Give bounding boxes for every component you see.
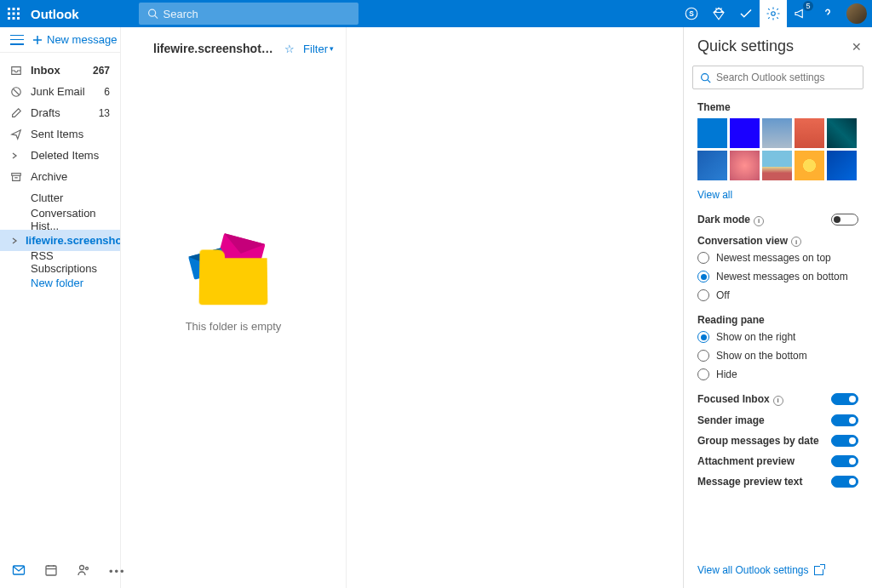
avatar[interactable] [846,3,867,24]
dark-mode-toggle[interactable] [831,214,858,225]
info-icon[interactable]: i [754,216,764,226]
folder-label: Clutter [31,191,63,204]
svg-line-17 [14,88,20,94]
radio-option[interactable]: Off [697,286,858,305]
svg-line-27 [708,79,710,82]
theme-swatch[interactable] [697,151,727,180]
folder-item[interactable]: Drafts13 [0,102,120,123]
radio-icon [697,252,709,264]
theme-swatch[interactable] [697,118,727,148]
folder-item[interactable]: Inbox267 [0,60,120,81]
radio-option[interactable]: Show on the bottom [697,346,858,365]
theme-swatch[interactable] [730,118,760,148]
theme-swatch[interactable] [795,118,824,148]
theme-swatch[interactable] [730,151,760,180]
theme-swatch[interactable] [795,151,824,180]
folder-label: Deleted Items [31,149,99,162]
view-all-settings-link[interactable]: View all Outlook settings [697,564,858,576]
folder-item[interactable]: Sent Items [0,123,120,145]
inbox-icon [10,65,24,77]
star-icon[interactable]: ☆ [284,43,295,55]
folder-count: 13 [99,107,110,119]
toggle-switch[interactable] [831,476,858,488]
panel-title: Quick settings [697,37,852,55]
folder-item[interactable]: RSS Subscriptions [0,251,120,272]
folder-label: lifewire.screensho... [26,234,120,247]
svg-rect-0 [8,8,10,10]
help-icon[interactable] [814,0,841,27]
sidebar: New message Inbox267Junk Email6Drafts13S… [0,27,121,588]
toggle-label: Group messages by date [697,435,831,447]
svg-rect-8 [17,17,20,20]
radio-option[interactable]: Newest messages on bottom [697,267,858,286]
theme-swatch[interactable] [827,151,857,180]
hamburger-icon[interactable] [10,33,24,47]
premium-icon[interactable] [705,0,732,27]
radio-option[interactable]: Hide [697,365,858,384]
toggle-switch[interactable] [831,414,858,426]
info-icon[interactable]: i [773,396,783,406]
radio-label: Show on the right [716,331,795,343]
folder-item[interactable]: Clutter [0,187,120,208]
svg-rect-20 [46,566,56,575]
app-launcher-icon[interactable] [0,0,27,27]
radio-icon [697,331,709,343]
svg-text:S: S [689,10,694,18]
theme-swatch[interactable] [762,151,792,180]
new-message-button[interactable]: New message [32,33,117,46]
svg-point-9 [148,9,155,16]
quick-settings-panel: Quick settings ✕ Theme View all Dark mod… [683,27,872,588]
toggle-label: Focused Inboxi [697,393,831,406]
header-icons: S 5 [678,0,872,27]
calendar-icon[interactable] [44,563,58,579]
empty-folder-illustration [182,228,284,305]
reading-pane-options: Show on the rightShow on the bottomHide [684,328,872,389]
settings-icon[interactable] [760,0,787,27]
folder-item[interactable]: Deleted Items [0,145,120,166]
reading-pane-label: Reading pane [697,314,858,326]
theme-label: Theme [684,98,872,118]
toggle-switch[interactable] [831,435,858,447]
svg-rect-18 [12,173,21,175]
people-icon[interactable] [77,563,90,579]
radio-option[interactable]: Show on the right [697,328,858,346]
folder-item[interactable]: Archive [0,166,120,187]
folder-item[interactable]: Conversation Hist... [0,208,120,230]
toggle-switch[interactable] [831,393,858,405]
radio-label: Off [716,289,730,301]
skype-icon[interactable]: S [678,0,705,27]
radio-icon [697,350,709,362]
view-all-themes-link[interactable]: View all [684,186,872,209]
search-box[interactable] [139,3,359,25]
todo-icon[interactable] [732,0,760,27]
close-icon[interactable]: ✕ [852,40,862,54]
folder-item[interactable]: New folder [0,272,120,294]
empty-state: This folder is empty [121,70,346,588]
search-input[interactable] [164,8,350,20]
svg-rect-7 [13,17,15,20]
archive-icon [10,171,24,183]
svg-rect-1 [13,8,15,10]
radio-icon [697,271,709,283]
folder-label: New folder [31,277,83,289]
theme-swatch[interactable] [762,118,792,148]
megaphone-icon[interactable]: 5 [787,0,814,27]
conversation-view-options: Newest messages on topNewest messages on… [684,248,872,310]
svg-line-10 [155,15,158,18]
info-icon[interactable]: i [791,237,801,247]
radio-option[interactable]: Newest messages on top [697,248,858,267]
sent-icon [10,128,24,140]
settings-search[interactable] [692,66,863,89]
toggle-switch[interactable] [831,455,858,467]
folder-label: Inbox [31,64,60,77]
folder-count: 267 [93,65,110,77]
app-title: Outlook [31,7,79,21]
theme-swatch[interactable] [827,118,857,148]
folder-item[interactable]: Junk Email6 [0,81,120,102]
mail-icon[interactable] [12,563,26,579]
filter-button[interactable]: Filter▾ [303,43,334,55]
folder-label: Archive [31,170,67,183]
drafts-icon [10,107,24,119]
folder-item[interactable]: lifewire.screensho... [0,230,120,251]
settings-search-input[interactable] [716,71,856,83]
